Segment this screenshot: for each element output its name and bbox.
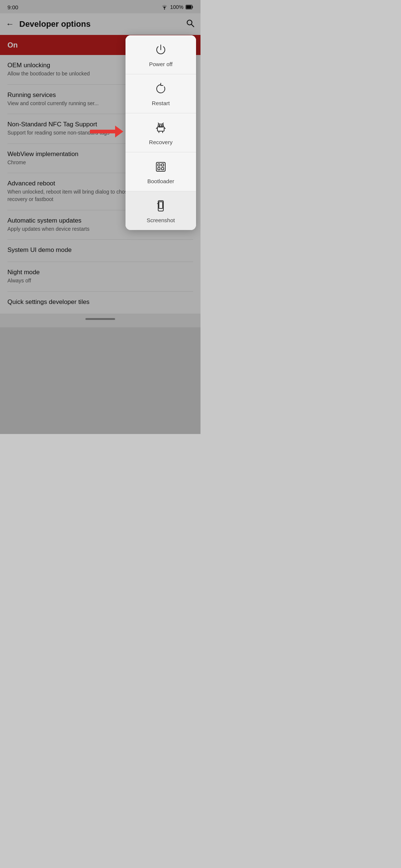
svg-point-0: [164, 9, 165, 10]
svg-line-12: [158, 123, 159, 124]
power-menu: Power off Restart: [125, 35, 196, 230]
svg-rect-19: [158, 164, 160, 166]
list-item[interactable]: System UI demo mode: [7, 240, 193, 262]
power-off-label: Power off: [149, 61, 172, 67]
battery-percentage: 100%: [170, 4, 183, 10]
item-subtitle: Always off: [7, 277, 193, 285]
on-label: On: [7, 41, 18, 49]
item-title: Automatic system updates: [7, 217, 89, 224]
svg-point-11: [162, 125, 162, 126]
svg-line-13: [162, 123, 163, 124]
arrow-shaft: [90, 130, 116, 133]
status-bar: 9:00 100%: [0, 0, 200, 13]
top-bar: ← Developer options: [0, 13, 200, 35]
screenshot-icon: [154, 200, 167, 214]
status-time: 9:00: [7, 4, 18, 10]
restart-button[interactable]: Restart: [125, 74, 196, 113]
svg-rect-21: [158, 168, 160, 170]
restart-icon: [154, 82, 167, 97]
page-title: Developer options: [19, 19, 186, 29]
search-icon: [186, 19, 195, 27]
battery-icon: [186, 5, 193, 9]
bootloader-icon: [154, 161, 167, 175]
restart-label: Restart: [152, 100, 170, 106]
svg-rect-2: [192, 6, 193, 8]
svg-rect-22: [162, 168, 164, 170]
svg-rect-20: [162, 164, 164, 166]
list-item[interactable]: Quick settings developer tiles: [7, 292, 193, 314]
recovery-label: Recovery: [149, 139, 172, 145]
screenshot-label: Screenshot: [147, 217, 175, 223]
status-icons: 100%: [161, 4, 193, 10]
nav-pill: [85, 318, 115, 320]
item-title: Night mode: [7, 269, 193, 276]
search-button[interactable]: [186, 19, 195, 30]
recovery-button[interactable]: Recovery: [125, 113, 196, 152]
item-title: Quick settings developer tiles: [7, 298, 193, 306]
bottom-nav: [0, 314, 200, 327]
red-arrow: [90, 126, 123, 137]
item-title: System UI demo mode: [7, 246, 193, 254]
bootloader-label: Bootloader: [147, 178, 175, 184]
power-off-button[interactable]: Power off: [125, 35, 196, 74]
svg-line-5: [192, 25, 194, 27]
bootloader-button[interactable]: Bootloader: [125, 152, 196, 191]
svg-rect-25: [159, 202, 163, 208]
power-off-icon: [154, 43, 167, 58]
item-subtitle: Apply updates when device restarts: [7, 226, 89, 233]
back-button[interactable]: ←: [6, 19, 14, 29]
list-item[interactable]: Night mode Always off: [7, 262, 193, 292]
svg-point-10: [159, 125, 160, 126]
arrow-head: [115, 126, 123, 137]
svg-rect-3: [186, 6, 192, 9]
recovery-icon: [154, 122, 167, 136]
wifi-icon: [161, 4, 168, 10]
screenshot-button[interactable]: Screenshot: [125, 191, 196, 230]
